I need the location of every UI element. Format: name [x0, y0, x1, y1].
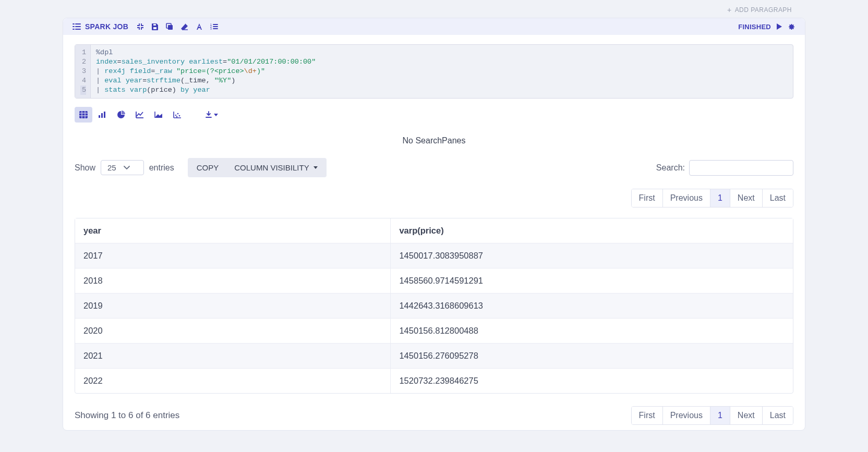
plus-icon: +: [727, 6, 732, 14]
code-editor[interactable]: 1 2 3 4 5 %dpl index=sales_inventory ear…: [75, 44, 793, 99]
svg-rect-8: [168, 25, 173, 30]
col-year[interactable]: year: [75, 218, 391, 243]
chevron-down-icon: [124, 166, 130, 170]
cell-year: 2021: [75, 344, 391, 369]
show-label: Show: [75, 163, 95, 173]
table-header-row: year varp(price): [75, 218, 793, 243]
play-icon[interactable]: [776, 23, 782, 30]
svg-rect-23: [104, 112, 105, 118]
pager-first[interactable]: First: [632, 407, 662, 424]
table-row: 20181458560.9714591291: [75, 268, 793, 294]
cell-varp: 1442643.3168609613: [391, 294, 793, 319]
pager-top: First Previous 1 Next Last: [63, 180, 805, 211]
cell-header: SPARK JOB 123 FINISHED: [63, 18, 805, 35]
svg-text:3: 3: [210, 27, 212, 30]
cell-year: 2020: [75, 319, 391, 344]
svg-rect-22: [101, 113, 103, 118]
add-paragraph-row: + ADD PARAGRAPH: [0, 0, 868, 18]
svg-rect-6: [153, 27, 156, 29]
pager-prev[interactable]: Previous: [662, 407, 710, 424]
results-table: year varp(price) 20171450017.30839508872…: [75, 218, 793, 394]
search-label: Search:: [656, 163, 685, 173]
cell-varp: 1450156.276095278: [391, 344, 793, 369]
pager-first[interactable]: First: [632, 189, 662, 207]
svg-point-26: [179, 115, 180, 117]
pager-page-1[interactable]: 1: [710, 407, 730, 424]
workspace: + ADD PARAGRAPH SPARK JOB 123: [0, 0, 868, 451]
cell-header-right: FINISHED: [738, 23, 795, 31]
list-icon: [73, 23, 81, 30]
pager-last[interactable]: Last: [762, 189, 793, 207]
cell-year: 2017: [75, 243, 391, 268]
cell-varp: 1520732.239846275: [391, 369, 793, 393]
cell-year: 2022: [75, 369, 391, 393]
code-body: %dpl index=sales_inventory earliest="01/…: [91, 45, 793, 98]
pager-next[interactable]: Next: [730, 189, 762, 207]
add-paragraph-label: ADD PARAGRAPH: [735, 6, 792, 14]
eraser-icon[interactable]: [180, 23, 188, 30]
cell-title-text: SPARK JOB: [85, 22, 128, 31]
column-visibility-button[interactable]: COLUMN VISIBILITY: [227, 160, 324, 176]
showing-text: Showing 1 to 6 of 6 entries: [75, 410, 179, 421]
table-row: 20201450156.812800488: [75, 319, 793, 344]
viz-toolbar: [63, 104, 805, 123]
svg-point-24: [175, 115, 177, 116]
pager-page-1[interactable]: 1: [710, 189, 730, 207]
svg-rect-7: [153, 24, 156, 26]
pager-last[interactable]: Last: [762, 407, 793, 424]
gear-icon[interactable]: [788, 23, 795, 31]
cell-varp: 1450156.812800488: [391, 319, 793, 344]
pager-next[interactable]: Next: [730, 407, 762, 424]
col-varp[interactable]: varp(price): [391, 218, 793, 243]
pager-bottom: First Previous 1 Next Last: [631, 406, 793, 425]
table-footer: Showing 1 to 6 of 6 entries First Previo…: [63, 397, 805, 430]
cell-varp: 1450017.3083950887: [391, 243, 793, 268]
area-chart-button[interactable]: [150, 107, 167, 123]
cell-varp: 1458560.9714591291: [391, 268, 793, 294]
line-chart-button[interactable]: [131, 107, 149, 123]
pie-chart-button[interactable]: [112, 107, 130, 123]
compress-icon[interactable]: [137, 23, 144, 30]
entries-select[interactable]: 25: [101, 160, 144, 175]
table-row: 20221520732.239846275: [75, 369, 793, 393]
add-paragraph-button[interactable]: + ADD PARAGRAPH: [727, 6, 792, 14]
cell-title: SPARK JOB: [73, 22, 128, 31]
scatter-chart-button[interactable]: [168, 107, 186, 123]
table-controls: Show 25 entries COPY COLUMN VISIBILITY S…: [63, 151, 805, 180]
svg-rect-21: [99, 115, 100, 118]
notebook-cell: SPARK JOB 123 FINISHED 1 2: [63, 18, 805, 431]
header-icons: 123: [137, 23, 218, 30]
line-gutter: 1 2 3 4 5: [75, 45, 91, 98]
search-input[interactable]: [689, 160, 793, 176]
svg-point-27: [176, 116, 178, 118]
bar-chart-button[interactable]: [93, 107, 111, 123]
copy-icon[interactable]: [166, 23, 173, 30]
copy-button[interactable]: COPY: [189, 160, 226, 176]
table-row: 20211450156.276095278: [75, 344, 793, 369]
pager-prev[interactable]: Previous: [662, 189, 710, 207]
save-icon[interactable]: [151, 23, 159, 30]
table-row: 20171450017.3083950887: [75, 243, 793, 268]
chevron-down-icon: [314, 166, 318, 169]
cell-status: FINISHED: [738, 23, 771, 31]
entries-value: 25: [107, 163, 116, 172]
cell-header-left: SPARK JOB 123: [73, 22, 218, 31]
svg-rect-16: [79, 111, 88, 118]
entries-label: entries: [149, 163, 174, 173]
download-button[interactable]: [201, 107, 222, 123]
ordered-list-icon[interactable]: 123: [210, 23, 218, 30]
chevron-down-icon: [214, 114, 218, 116]
cell-year: 2018: [75, 268, 391, 294]
table-view-button[interactable]: [75, 107, 92, 123]
cell-year: 2019: [75, 294, 391, 319]
no-search-panes: No SearchPanes: [63, 123, 805, 151]
button-group: COPY COLUMN VISIBILITY: [188, 158, 327, 177]
table-row: 20191442643.3168609613: [75, 294, 793, 319]
font-icon[interactable]: [196, 23, 203, 30]
svg-point-25: [177, 113, 179, 115]
